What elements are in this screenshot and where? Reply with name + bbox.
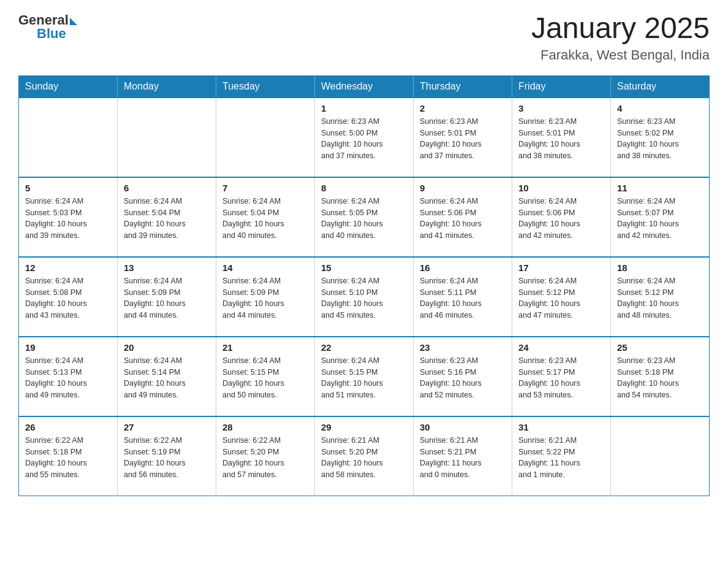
calendar-cell: 14Sunrise: 6:24 AM Sunset: 5:09 PM Dayli… <box>216 257 315 337</box>
calendar-cell: 10Sunrise: 6:24 AM Sunset: 5:06 PM Dayli… <box>512 177 611 257</box>
day-info: Sunrise: 6:23 AM Sunset: 5:01 PM Dayligh… <box>420 116 506 162</box>
day-header-row: SundayMondayTuesdayWednesdayThursdayFrid… <box>19 75 710 98</box>
day-of-week-wednesday: Wednesday <box>315 75 414 98</box>
day-info: Sunrise: 6:23 AM Sunset: 5:00 PM Dayligh… <box>321 116 407 162</box>
day-info: Sunrise: 6:21 AM Sunset: 5:21 PM Dayligh… <box>420 435 506 481</box>
calendar-cell: 21Sunrise: 6:24 AM Sunset: 5:15 PM Dayli… <box>216 337 315 416</box>
day-number: 13 <box>124 262 210 273</box>
calendar-cell: 29Sunrise: 6:21 AM Sunset: 5:20 PM Dayli… <box>315 416 414 496</box>
day-number: 6 <box>124 183 210 193</box>
day-info: Sunrise: 6:22 AM Sunset: 5:20 PM Dayligh… <box>222 435 308 481</box>
day-info: Sunrise: 6:24 AM Sunset: 5:14 PM Dayligh… <box>124 355 210 401</box>
day-info: Sunrise: 6:23 AM Sunset: 5:02 PM Dayligh… <box>617 116 703 162</box>
title-section: January 2025 Farakka, West Bengal, India <box>531 12 710 63</box>
logo-arrow-icon <box>70 18 77 25</box>
day-info: Sunrise: 6:24 AM Sunset: 5:08 PM Dayligh… <box>25 275 111 321</box>
calendar-cell: 31Sunrise: 6:21 AM Sunset: 5:22 PM Dayli… <box>512 416 611 496</box>
calendar-cell: 23Sunrise: 6:23 AM Sunset: 5:16 PM Dayli… <box>414 337 512 416</box>
day-info: Sunrise: 6:24 AM Sunset: 5:07 PM Dayligh… <box>617 196 703 242</box>
day-number: 25 <box>617 342 703 353</box>
calendar-cell: 3Sunrise: 6:23 AM Sunset: 5:01 PM Daylig… <box>512 98 611 177</box>
day-info: Sunrise: 6:23 AM Sunset: 5:17 PM Dayligh… <box>518 355 604 401</box>
day-number: 30 <box>420 422 506 432</box>
day-number: 22 <box>321 342 407 353</box>
day-number: 17 <box>518 262 604 273</box>
calendar-cell: 26Sunrise: 6:22 AM Sunset: 5:18 PM Dayli… <box>19 416 118 496</box>
day-number: 14 <box>222 262 308 273</box>
calendar-cell: 2Sunrise: 6:23 AM Sunset: 5:01 PM Daylig… <box>414 98 512 177</box>
calendar-cell: 16Sunrise: 6:24 AM Sunset: 5:11 PM Dayli… <box>414 257 512 337</box>
day-of-week-tuesday: Tuesday <box>216 75 315 98</box>
day-info: Sunrise: 6:24 AM Sunset: 5:04 PM Dayligh… <box>124 196 210 242</box>
calendar-cell: 12Sunrise: 6:24 AM Sunset: 5:08 PM Dayli… <box>19 257 118 337</box>
day-info: Sunrise: 6:22 AM Sunset: 5:18 PM Dayligh… <box>25 435 111 481</box>
day-number: 21 <box>222 342 308 353</box>
day-info: Sunrise: 6:24 AM Sunset: 5:12 PM Dayligh… <box>617 275 703 321</box>
calendar-cell: 30Sunrise: 6:21 AM Sunset: 5:21 PM Dayli… <box>414 416 512 496</box>
calendar-body: 1Sunrise: 6:23 AM Sunset: 5:00 PM Daylig… <box>19 98 710 496</box>
day-info: Sunrise: 6:22 AM Sunset: 5:19 PM Dayligh… <box>124 435 210 481</box>
day-info: Sunrise: 6:23 AM Sunset: 5:16 PM Dayligh… <box>420 355 506 401</box>
day-of-week-monday: Monday <box>118 75 216 98</box>
day-number: 26 <box>25 422 111 432</box>
month-title: January 2025 <box>531 12 710 45</box>
day-number: 20 <box>124 342 210 353</box>
calendar-cell: 7Sunrise: 6:24 AM Sunset: 5:04 PM Daylig… <box>216 177 315 257</box>
calendar-week-4: 19Sunrise: 6:24 AM Sunset: 5:13 PM Dayli… <box>19 337 710 416</box>
day-number: 24 <box>518 342 604 353</box>
calendar-cell: 27Sunrise: 6:22 AM Sunset: 5:19 PM Dayli… <box>118 416 216 496</box>
calendar-cell <box>611 416 710 496</box>
day-number: 2 <box>420 103 506 113</box>
day-info: Sunrise: 6:24 AM Sunset: 5:11 PM Dayligh… <box>420 275 506 321</box>
day-number: 27 <box>124 422 210 432</box>
logo: General Blue <box>18 12 77 42</box>
day-number: 1 <box>321 103 407 113</box>
day-info: Sunrise: 6:24 AM Sunset: 5:15 PM Dayligh… <box>222 355 308 401</box>
day-info: Sunrise: 6:23 AM Sunset: 5:01 PM Dayligh… <box>518 116 604 162</box>
day-number: 28 <box>222 422 308 432</box>
day-info: Sunrise: 6:24 AM Sunset: 5:13 PM Dayligh… <box>25 355 111 401</box>
calendar-cell: 8Sunrise: 6:24 AM Sunset: 5:05 PM Daylig… <box>315 177 414 257</box>
day-number: 18 <box>617 262 703 273</box>
day-number: 19 <box>25 342 111 353</box>
day-number: 4 <box>617 103 703 113</box>
day-info: Sunrise: 6:24 AM Sunset: 5:09 PM Dayligh… <box>124 275 210 321</box>
calendar-cell: 1Sunrise: 6:23 AM Sunset: 5:00 PM Daylig… <box>315 98 414 177</box>
day-of-week-friday: Friday <box>512 75 611 98</box>
calendar-cell: 9Sunrise: 6:24 AM Sunset: 5:06 PM Daylig… <box>414 177 512 257</box>
calendar-cell: 19Sunrise: 6:24 AM Sunset: 5:13 PM Dayli… <box>19 337 118 416</box>
day-info: Sunrise: 6:24 AM Sunset: 5:06 PM Dayligh… <box>420 196 506 242</box>
calendar-cell: 4Sunrise: 6:23 AM Sunset: 5:02 PM Daylig… <box>611 98 710 177</box>
page-header: General Blue January 2025 Farakka, West … <box>18 12 710 63</box>
calendar-cell: 18Sunrise: 6:24 AM Sunset: 5:12 PM Dayli… <box>611 257 710 337</box>
calendar-cell: 15Sunrise: 6:24 AM Sunset: 5:10 PM Dayli… <box>315 257 414 337</box>
day-number: 16 <box>420 262 506 273</box>
day-number: 11 <box>617 183 703 193</box>
calendar-header: SundayMondayTuesdayWednesdayThursdayFrid… <box>19 75 710 98</box>
day-number: 5 <box>25 183 111 193</box>
calendar-cell: 6Sunrise: 6:24 AM Sunset: 5:04 PM Daylig… <box>118 177 216 257</box>
day-info: Sunrise: 6:24 AM Sunset: 5:05 PM Dayligh… <box>321 196 407 242</box>
day-info: Sunrise: 6:21 AM Sunset: 5:22 PM Dayligh… <box>518 435 604 481</box>
location-text: Farakka, West Bengal, India <box>531 47 710 63</box>
calendar-cell: 24Sunrise: 6:23 AM Sunset: 5:17 PM Dayli… <box>512 337 611 416</box>
calendar-week-3: 12Sunrise: 6:24 AM Sunset: 5:08 PM Dayli… <box>19 257 710 337</box>
calendar-week-1: 1Sunrise: 6:23 AM Sunset: 5:00 PM Daylig… <box>19 98 710 177</box>
day-number: 29 <box>321 422 407 432</box>
day-number: 31 <box>518 422 604 432</box>
calendar-table: SundayMondayTuesdayWednesdayThursdayFrid… <box>18 75 710 497</box>
day-of-week-saturday: Saturday <box>611 75 710 98</box>
calendar-cell: 13Sunrise: 6:24 AM Sunset: 5:09 PM Dayli… <box>118 257 216 337</box>
day-number: 7 <box>222 183 308 193</box>
day-number: 23 <box>420 342 506 353</box>
day-info: Sunrise: 6:24 AM Sunset: 5:06 PM Dayligh… <box>518 196 604 242</box>
calendar-cell: 22Sunrise: 6:24 AM Sunset: 5:15 PM Dayli… <box>315 337 414 416</box>
day-info: Sunrise: 6:24 AM Sunset: 5:12 PM Dayligh… <box>518 275 604 321</box>
day-info: Sunrise: 6:24 AM Sunset: 5:10 PM Dayligh… <box>321 275 407 321</box>
calendar-cell: 17Sunrise: 6:24 AM Sunset: 5:12 PM Dayli… <box>512 257 611 337</box>
calendar-cell <box>118 98 216 177</box>
calendar-cell: 5Sunrise: 6:24 AM Sunset: 5:03 PM Daylig… <box>19 177 118 257</box>
day-number: 9 <box>420 183 506 193</box>
day-number: 15 <box>321 262 407 273</box>
calendar-cell <box>19 98 118 177</box>
